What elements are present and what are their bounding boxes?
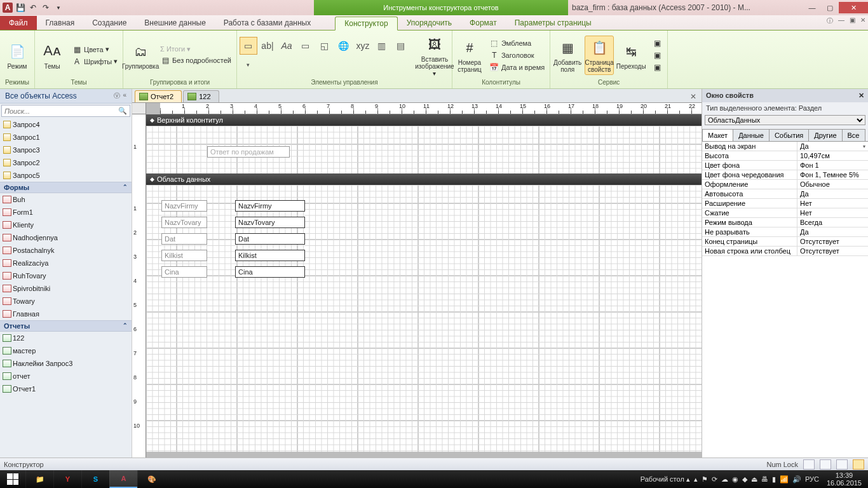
- property-row[interactable]: Вывод на экранДа▾: [702, 142, 868, 151]
- property-row[interactable]: АвтовысотаДа: [702, 189, 868, 199]
- nav-dropdown-icon[interactable]: ⓥ: [114, 92, 120, 100]
- minimize-button[interactable]: —: [803, 2, 821, 13]
- tab-page-setup[interactable]: Параметры страницы: [506, 16, 600, 30]
- label-tool-icon[interactable]: Aa: [278, 37, 295, 55]
- field-textbox[interactable]: Cina: [235, 266, 305, 278]
- ribbon-help-icon[interactable]: ⓘ: [827, 17, 833, 25]
- textbox-tool-icon[interactable]: ab|: [259, 37, 276, 55]
- tray-printer-icon[interactable]: 🖶: [761, 475, 768, 483]
- save-icon[interactable]: 💾: [15, 3, 25, 13]
- hide-details-button[interactable]: ▤Без подробностей: [158, 55, 234, 66]
- tray-sync-icon[interactable]: ⟳: [712, 475, 717, 484]
- property-row[interactable]: Не разрыватьДа: [702, 227, 868, 237]
- tab-external-data[interactable]: Внешние данные: [135, 16, 215, 30]
- close-button[interactable]: ✕: [839, 2, 868, 13]
- tab-home[interactable]: Главная: [37, 16, 84, 30]
- mdi-minimize-icon[interactable]: —: [838, 17, 844, 25]
- property-value[interactable]: Фон 1, Темнее 5%: [797, 170, 868, 179]
- field-label[interactable]: Cina: [161, 266, 207, 278]
- controls-gallery[interactable]: ▭ ab| Aa ▭ ◱ 🌐 xyz ▥ ▤ ▾: [240, 37, 417, 74]
- nav-item-form[interactable]: Главная: [0, 308, 132, 320]
- propsheet-close-icon[interactable]: ✕: [858, 92, 864, 100]
- doc-tabs-close-icon[interactable]: ✕: [685, 91, 702, 102]
- tray-cloud-icon[interactable]: ☁: [721, 475, 728, 484]
- property-value[interactable]: Всегда: [797, 218, 868, 227]
- nav-item-report[interactable]: отчет: [0, 370, 132, 383]
- tab-database-tools[interactable]: Работа с базами данных: [215, 16, 320, 30]
- tab-format[interactable]: Формат: [461, 16, 506, 30]
- property-row[interactable]: Новая строка или столбецОтсутствует: [702, 247, 868, 256]
- taskbar-access[interactable]: A: [109, 470, 137, 488]
- property-value[interactable]: Нет: [797, 199, 868, 208]
- listbox-tool-icon[interactable]: ▥: [373, 37, 391, 55]
- nav-item-form[interactable]: Spivrobitniki: [0, 282, 132, 295]
- tray-security-icon[interactable]: ⚑: [702, 475, 708, 484]
- horizontal-ruler[interactable]: 12345678910111213141516171819202122: [160, 103, 702, 114]
- search-icon[interactable]: 🔍: [116, 105, 130, 116]
- tool-extra-3[interactable]: ▣: [649, 62, 665, 73]
- nav-item-form[interactable]: Nadhodjennya: [0, 231, 132, 244]
- tab-tool-icon[interactable]: ◱: [316, 37, 334, 55]
- field-label[interactable]: NazvTovary: [161, 217, 207, 228]
- section-collapse-icon[interactable]: ⌃: [123, 184, 128, 191]
- nav-item-form[interactable]: Form1: [0, 206, 132, 219]
- nav-item-query[interactable]: Запрос4: [0, 118, 132, 131]
- property-value[interactable]: Да: [797, 227, 868, 236]
- prop-tab-other[interactable]: Другие: [808, 129, 842, 141]
- maximize-button[interactable]: ▢: [821, 2, 839, 13]
- logo-button[interactable]: ⬚Эмблема: [487, 37, 547, 49]
- taskbar-skype[interactable]: S: [81, 470, 109, 488]
- property-row[interactable]: Конец страницыОтсутствует: [702, 237, 868, 247]
- nav-item-report[interactable]: 122: [0, 332, 132, 344]
- nav-item-form[interactable]: Klienty: [0, 219, 132, 231]
- tab-arrange[interactable]: Упорядочить: [398, 16, 461, 30]
- tray-volume-icon[interactable]: 🔊: [792, 475, 801, 484]
- nav-item-form[interactable]: RuhTovary: [0, 269, 132, 282]
- view-design-icon[interactable]: [853, 459, 864, 470]
- insert-image-button[interactable]: 🖼 Вставить изображение ▾: [420, 33, 449, 78]
- property-value[interactable]: Да▾: [797, 142, 868, 151]
- tray-battery-icon[interactable]: ▮: [772, 475, 776, 484]
- chart-tool-icon[interactable]: ▤: [392, 37, 410, 55]
- taskbar-yandex[interactable]: Y: [53, 470, 81, 488]
- search-input[interactable]: [2, 105, 116, 116]
- nav-header[interactable]: Все объекты Access ⓥ«: [0, 89, 132, 104]
- nav-item-form[interactable]: Towary: [0, 295, 132, 308]
- nav-collapse-icon[interactable]: «: [123, 92, 126, 100]
- nav-item-form[interactable]: Realizaciya: [0, 257, 132, 269]
- property-value[interactable]: Нет: [797, 208, 868, 217]
- datetime-button[interactable]: 📅Дата и время: [487, 62, 547, 73]
- property-value[interactable]: 10,497см: [797, 151, 868, 160]
- totals-button[interactable]: Σ Итоги ▾: [158, 44, 234, 54]
- nav-item-query[interactable]: Запрос5: [0, 169, 132, 182]
- combobox-tool-icon[interactable]: xyz: [354, 37, 372, 55]
- view-report-icon[interactable]: [803, 459, 815, 470]
- taskbar-explorer[interactable]: 📁: [25, 470, 53, 488]
- section-bar-detail[interactable]: ◆Область данных: [146, 173, 702, 185]
- tray-eject-icon[interactable]: ⏏: [751, 475, 757, 484]
- page-numbers-button[interactable]: # Номера страниц: [455, 36, 484, 74]
- ruler-corner[interactable]: [132, 103, 146, 114]
- redo-icon[interactable]: ↷: [41, 3, 51, 13]
- nav-section-forms[interactable]: Формы⌃: [0, 182, 132, 193]
- property-value[interactable]: Обычное: [797, 180, 868, 189]
- property-value[interactable]: Отсутствует: [797, 247, 868, 255]
- field-label[interactable]: Dat: [161, 233, 207, 245]
- view-preview-icon[interactable]: [820, 459, 831, 470]
- property-row[interactable]: Режим выводаВсегда: [702, 218, 868, 227]
- tray-showhidden-icon[interactable]: ▴: [694, 475, 698, 484]
- section-bar-header[interactable]: ◆Верхний колонтитул: [146, 114, 702, 126]
- tray-network-icon[interactable]: 📶: [780, 475, 789, 484]
- prop-tab-data[interactable]: Данные: [733, 129, 770, 141]
- gallery-more-icon[interactable]: ▾: [240, 56, 257, 74]
- view-button[interactable]: 📄 Режим: [3, 40, 32, 71]
- dropdown-icon[interactable]: ▾: [863, 144, 865, 149]
- mdi-close-icon[interactable]: ✕: [860, 17, 865, 25]
- field-label[interactable]: Kilkist: [161, 250, 207, 261]
- title-button[interactable]: TЗаголовок: [487, 50, 547, 61]
- pointer-tool-icon[interactable]: ▭: [240, 37, 257, 55]
- tab-create[interactable]: Создание: [83, 16, 135, 30]
- tray-language[interactable]: РУС: [805, 475, 819, 483]
- design-body[interactable]: ◆Верхний колонтитул Ответ по продажам ◆О…: [146, 114, 702, 460]
- doc-tab-122[interactable]: 122: [183, 90, 219, 102]
